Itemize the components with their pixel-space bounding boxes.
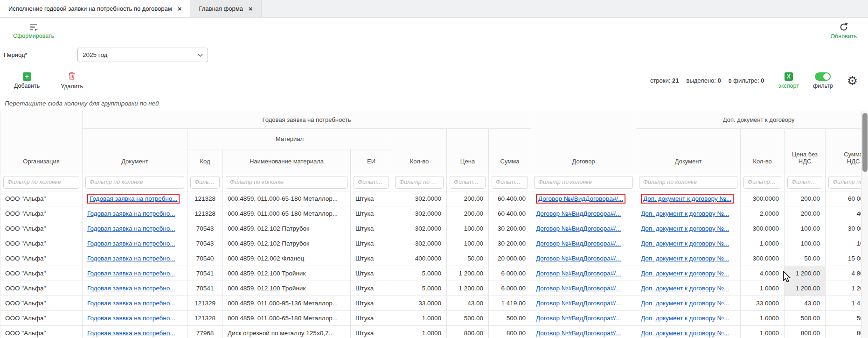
contract-doc-link[interactable]: Доп. документ к договору №... — [641, 255, 729, 262]
contract-link[interactable]: Договор №#ВидДоговора#/... — [536, 270, 621, 277]
cell-price: 100.00 — [447, 236, 489, 251]
table-row[interactable]: ООО "Альфа" Годовая заявка на потребно..… — [0, 296, 868, 311]
filter-toggle-button[interactable]: фильтр — [813, 72, 833, 89]
contract-link[interactable]: Договор №#ВидДоговора#/... — [536, 315, 621, 322]
refresh-label: Обновить — [830, 33, 857, 40]
contract-doc-link[interactable]: Доп. документ к договору №... — [641, 240, 729, 247]
cell-qty2: 300.0000 — [741, 251, 785, 266]
contract-doc-link[interactable]: Доп. документ к договору №... — [641, 300, 729, 307]
filter-input-name[interactable] — [226, 176, 347, 189]
delete-button[interactable]: Удалить — [61, 71, 83, 90]
column-header-org[interactable]: Организация — [0, 111, 83, 173]
band-annual-request: Годовая заявка на потребность — [83, 111, 531, 129]
filter-input-sum[interactable] — [492, 176, 528, 189]
cell-qty2: 300.0000 — [741, 191, 785, 206]
column-header-code[interactable]: Код — [187, 149, 223, 173]
cell-material-name: 000.4859. 012.002 Фланец — [223, 251, 351, 266]
filter-input-org[interactable] — [3, 176, 79, 189]
close-icon[interactable]: × — [178, 5, 182, 12]
contract-link[interactable]: Договор №#ВидДоговора#/... — [536, 240, 621, 247]
doc-link[interactable]: Годовая заявка на потребно... — [87, 255, 175, 262]
filter-input-contract[interactable] — [534, 176, 633, 189]
column-header-unit[interactable]: ЕИ — [351, 149, 392, 173]
contract-doc-link[interactable]: Доп. документ к договору №... — [641, 270, 729, 277]
cell-sum: 6 000.00 — [489, 266, 531, 281]
group-by-panel[interactable]: Перетащите сюда колонку для группировки … — [0, 96, 868, 111]
contract-doc-link[interactable]: Доп. документ к договору №... — [641, 194, 734, 204]
table-row[interactable]: ООО "Альфа" Годовая заявка на потребно..… — [0, 206, 868, 221]
doc-link[interactable]: Годовая заявка на потребно... — [87, 270, 175, 277]
doc-link[interactable]: Годовая заявка на потребно... — [87, 285, 175, 292]
contract-link[interactable]: Договор №#ВидДоговора#/... — [536, 225, 621, 232]
column-header-contract-doc[interactable]: Документ — [636, 129, 741, 173]
column-header-price[interactable]: Цена — [447, 129, 489, 173]
contract-link[interactable]: Договор №#ВидДоговора#/... — [536, 300, 621, 307]
column-header-doc[interactable]: Документ — [83, 129, 187, 173]
cell-material-name: 000.4859. 012.100 Тройник — [223, 266, 351, 281]
cell-code: 70543 — [187, 236, 223, 251]
cell-org: ООО "Альфа" — [0, 281, 83, 296]
cell-qty: 302.0000 — [392, 236, 447, 251]
doc-link[interactable]: Годовая заявка на потребно... — [87, 315, 175, 322]
table-row[interactable]: ООО "Альфа" Годовая заявка на потребно..… — [0, 251, 868, 266]
cell-price-novat: 200.00 — [785, 191, 826, 206]
contract-link[interactable]: Договор №#ВидДоговора#/... — [536, 330, 621, 337]
tab-main-form[interactable]: Главная форма × — [190, 0, 261, 17]
contract-doc-link[interactable]: Доп. документ к договору №... — [641, 285, 729, 292]
doc-link[interactable]: Годовая заявка на потребно... — [87, 194, 180, 204]
cell-org: ООО "Альфа" — [0, 221, 83, 236]
table-row[interactable]: ООО "Альфа" Годовая заявка на потребно..… — [0, 311, 868, 326]
doc-link[interactable]: Годовая заявка на потребно... — [87, 330, 175, 337]
add-button[interactable]: + Добавить — [14, 72, 40, 89]
settings-gear-icon[interactable]: ⚙ — [847, 75, 858, 87]
cell-price: 1 200.00 — [447, 266, 489, 281]
cell-code: 77968 — [187, 326, 223, 338]
contract-link[interactable]: Договор №#ВидДоговора#/... — [536, 194, 625, 204]
column-header-qty[interactable]: Кол-во — [392, 129, 447, 173]
table-row[interactable]: ООО "Альфа" Годовая заявка на потребно..… — [0, 221, 868, 236]
doc-link[interactable]: Годовая заявка на потребно... — [87, 300, 175, 307]
column-header-contract[interactable]: Договор — [531, 111, 636, 173]
table-row[interactable]: ООО "Альфа" Годовая заявка на потребно..… — [0, 326, 868, 338]
table-row[interactable]: ООО "Альфа" Годовая заявка на потребно..… — [0, 281, 868, 296]
column-header-qty2[interactable]: Кол-во — [741, 129, 785, 173]
generate-button[interactable]: Сформировать — [13, 23, 54, 39]
grid-stats: строки: 21 выделено: 0 в фильтре: 0 — [650, 77, 764, 84]
period-select[interactable]: 2025 год — [77, 48, 208, 62]
filter-input-qty2[interactable] — [743, 176, 781, 189]
contract-doc-link[interactable]: Доп. документ к договору №... — [641, 225, 729, 232]
doc-link[interactable]: Годовая заявка на потребно... — [87, 225, 175, 232]
contract-doc-link[interactable]: Доп. документ к договору №... — [641, 210, 729, 217]
tab-annual-request-execution[interactable]: Исполнение годовой заявки на потребность… — [0, 0, 190, 17]
scrollbar-thumb[interactable] — [862, 113, 868, 172]
contract-doc-link[interactable]: Доп. документ к договору №... — [641, 330, 729, 337]
refresh-button[interactable]: Обновить — [830, 22, 857, 40]
vertical-scrollbar[interactable] — [861, 111, 868, 338]
export-excel-button[interactable]: X экспорт — [778, 72, 799, 89]
close-icon[interactable]: × — [249, 5, 253, 12]
filter-input-price[interactable] — [450, 176, 486, 189]
filter-input-code[interactable] — [190, 176, 220, 189]
column-header-price-novat[interactable]: Цена без НДС — [785, 129, 826, 173]
doc-link[interactable]: Годовая заявка на потребно... — [87, 210, 175, 217]
table-row[interactable]: ООО "Альфа" Годовая заявка на потребно..… — [0, 236, 868, 251]
filter-input-price-novat[interactable] — [787, 176, 822, 189]
column-header-sum[interactable]: Сумма — [489, 129, 531, 173]
filter-input-unit[interactable] — [354, 176, 389, 189]
filter-input-contract-doc[interactable] — [639, 176, 737, 189]
cell-sum: 6 000.00 — [489, 281, 531, 296]
cell-price: 100.00 — [447, 221, 489, 236]
table-row[interactable]: ООО "Альфа" Годовая заявка на потребно..… — [0, 191, 868, 206]
cell-qty2: 1.0000 — [741, 326, 785, 338]
doc-link[interactable]: Годовая заявка на потребно... — [87, 240, 175, 247]
contract-link[interactable]: Договор №#ВидДоговора#/... — [536, 210, 621, 217]
filter-input-qty[interactable] — [395, 176, 444, 189]
column-header-material-name[interactable]: Наименование материала — [223, 149, 351, 173]
contract-doc-link[interactable]: Доп. документ к договору №... — [641, 315, 729, 322]
cell-contract-doc: Доп. документ к договору №... — [636, 191, 741, 206]
toggle-on-icon[interactable] — [815, 72, 831, 81]
table-row[interactable]: ООО "Альфа" Годовая заявка на потребно..… — [0, 266, 868, 281]
filter-input-doc[interactable] — [85, 176, 184, 189]
contract-link[interactable]: Договор №#ВидДоговора#/... — [536, 255, 621, 262]
contract-link[interactable]: Договор №#ВидДоговора#/... — [536, 285, 621, 292]
